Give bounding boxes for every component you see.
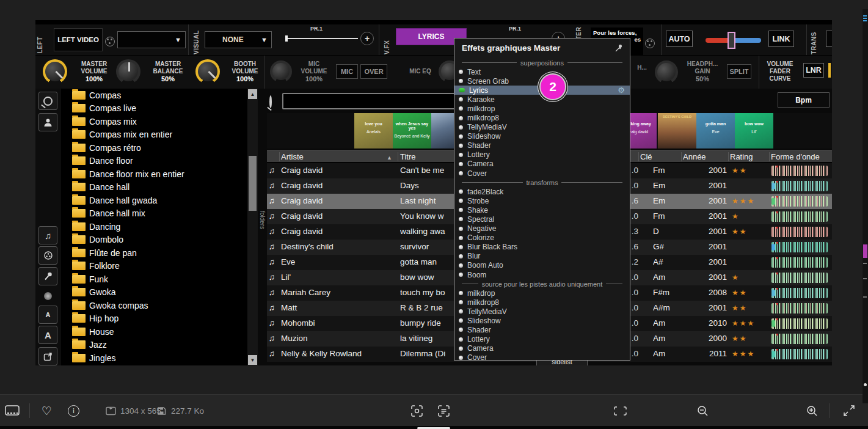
info-icon[interactable]: i <box>68 395 79 427</box>
effect-item-fade2black[interactable]: fade2Black <box>454 187 630 196</box>
folder-item[interactable]: Dance hall gwada <box>61 194 247 207</box>
folder-item[interactable]: Flûte de pan <box>61 246 247 260</box>
pr1-left-slider[interactable] <box>286 38 358 39</box>
clipped-button[interactable] <box>826 31 832 47</box>
master-balance-knob[interactable] <box>116 59 140 84</box>
column-header-title[interactable]: Titre <box>400 152 416 161</box>
master-volume-knob[interactable] <box>43 59 67 84</box>
column-header-year[interactable]: Année <box>683 152 706 161</box>
column-header-waveform[interactable]: Forme d'onde <box>771 152 820 161</box>
filmstrip-toggle-icon[interactable] <box>5 395 20 427</box>
folder-item[interactable]: Hip hop <box>61 312 247 326</box>
folder-item[interactable]: Dancing <box>61 220 247 233</box>
effect-item-boom-auto[interactable]: Boom Auto <box>454 261 630 270</box>
split-button[interactable]: SPLIT <box>727 64 751 79</box>
lnr-button[interactable]: LNR <box>803 63 824 78</box>
effect-item-tellymediav[interactable]: TellyMediaV <box>454 123 630 132</box>
effect-item-blur-black-bars[interactable]: Blur Black Bars <box>454 243 630 252</box>
zoom-out-icon[interactable] <box>697 395 709 427</box>
crossfader-right-track[interactable] <box>735 38 761 43</box>
effect-item-blur[interactable]: Blur <box>454 252 630 261</box>
folder-item[interactable]: Compas live <box>61 102 247 116</box>
folder-item[interactable]: Folklore <box>61 260 247 273</box>
effect-item-milkdrop8[interactable]: milkdrop8 <box>454 298 630 307</box>
effect-item-strobe[interactable]: Strobe <box>454 196 630 205</box>
column-header-artist[interactable]: Artiste <box>281 152 304 161</box>
left-video-button[interactable]: LEFT VIDEO <box>54 28 103 51</box>
crossfader-link-button[interactable]: LINK <box>768 31 794 47</box>
folder-item[interactable]: Funk <box>61 273 247 286</box>
folder-item[interactable]: Gwoka <box>61 286 247 299</box>
folder-item[interactable]: Compas mix en entier <box>61 128 247 142</box>
visual-dropdown[interactable]: NONE ▼ <box>205 31 272 48</box>
effect-item-negative[interactable]: Negative <box>454 224 630 233</box>
pr1-left-plus-button[interactable]: + <box>360 32 374 45</box>
zoom-in-icon[interactable] <box>806 395 818 427</box>
left-video-dropdown[interactable]: ▼ <box>117 31 186 48</box>
album-cover-thumbnail[interactable]: when Jesus say yesBeyoncé and Kelly <box>393 113 431 148</box>
headphone-gain-knob[interactable] <box>655 61 678 84</box>
effect-item-slideshow[interactable]: Slideshow <box>454 132 630 141</box>
scroll-up-button[interactable]: ▲ <box>248 89 257 99</box>
column-header-rating[interactable]: Rating <box>730 152 753 161</box>
effect-item-spectral[interactable]: Spectral <box>454 215 630 224</box>
album-cover-thumbnail[interactable]: gotta manEve <box>696 113 735 148</box>
video-search-icon[interactable] <box>38 246 57 265</box>
folder-item[interactable]: Compas rétro <box>61 141 247 155</box>
booth-volume-knob[interactable] <box>195 59 220 84</box>
crossfader-auto-button[interactable]: AUTO <box>666 31 693 47</box>
tab-trans[interactable]: TRANS <box>811 28 817 54</box>
effect-item-milkdrop[interactable]: milkdrop <box>454 104 630 113</box>
effect-item-shader[interactable]: Shader <box>454 325 630 334</box>
crossfader-handle[interactable] <box>728 32 735 49</box>
pin-icon[interactable] <box>614 43 624 53</box>
music-note-icon[interactable]: ♫ <box>38 226 57 244</box>
folder-item[interactable]: Dombolo <box>61 233 247 247</box>
scroll-down-button[interactable]: ▼ <box>248 355 257 365</box>
external-window-icon[interactable] <box>38 347 57 365</box>
tab-vfx[interactable]: V.FX <box>384 29 390 54</box>
record-dot-icon[interactable] <box>44 292 52 300</box>
small-text-icon[interactable]: A <box>38 306 57 324</box>
mic-volume-knob[interactable] <box>270 61 292 82</box>
album-cover-thumbnail[interactable] <box>431 113 456 148</box>
search-icon[interactable] <box>38 92 57 110</box>
bpm-column-button[interactable]: Bpm <box>778 92 830 108</box>
microphone-icon[interactable] <box>38 267 57 285</box>
text-actions-icon[interactable] <box>438 395 450 427</box>
crossfader-left-track[interactable] <box>706 38 730 43</box>
tab-visual[interactable]: VISUAL <box>193 29 200 54</box>
folder-item[interactable]: Dance floor <box>61 155 247 168</box>
folder-item[interactable]: House <box>61 325 247 339</box>
album-cover-thumbnail[interactable]: DESTINY'S CHILD <box>658 113 696 148</box>
folder-item[interactable]: Compas <box>61 89 247 102</box>
column-header-key[interactable]: Clé <box>640 152 652 161</box>
effect-item-milkdrop8[interactable]: milkdrop8 <box>454 113 630 122</box>
user-icon[interactable] <box>38 113 57 131</box>
effect-item-camera[interactable]: Camera <box>454 160 630 169</box>
folder-item[interactable]: Dance hall <box>61 181 247 194</box>
effect-item-shader[interactable]: Shader <box>454 141 630 150</box>
fit-to-window-icon[interactable] <box>614 395 627 427</box>
folder-item[interactable]: Jingles <box>61 351 247 365</box>
mic-button[interactable]: MIC <box>336 64 358 79</box>
scrollbar-thumb[interactable] <box>249 156 257 211</box>
tab-left-deck[interactable]: LEFT <box>37 28 43 53</box>
effect-item-camera[interactable]: Camera <box>454 344 630 353</box>
album-cover-thumbnail[interactable]: love youAnelais <box>354 113 393 148</box>
large-text-icon[interactable]: A <box>38 326 57 344</box>
effect-item-lottery[interactable]: Lottery <box>454 335 630 344</box>
mic-over-button[interactable]: OVER <box>360 64 387 79</box>
effect-item-cover[interactable]: Cover <box>454 169 630 178</box>
folder-scrollbar[interactable]: ▲ ▼ <box>247 89 258 365</box>
visual-search-icon[interactable] <box>411 395 423 427</box>
effect-item-text[interactable]: Text <box>454 67 630 76</box>
folder-item[interactable]: Dance floor mix en entier <box>61 167 247 181</box>
effect-item-milkdrop[interactable]: milkdrop <box>454 288 630 298</box>
effect-item-boom[interactable]: Boom <box>454 270 630 279</box>
album-cover-thumbnail[interactable]: bow wowLil' <box>735 113 773 148</box>
effect-item-karaoke[interactable]: Karaoke <box>454 95 630 104</box>
effect-item-tellymediav[interactable]: TellyMediaV <box>454 307 630 316</box>
folder-item[interactable]: Jazz <box>61 339 247 352</box>
effect-item-cover[interactable]: Cover <box>454 353 630 362</box>
